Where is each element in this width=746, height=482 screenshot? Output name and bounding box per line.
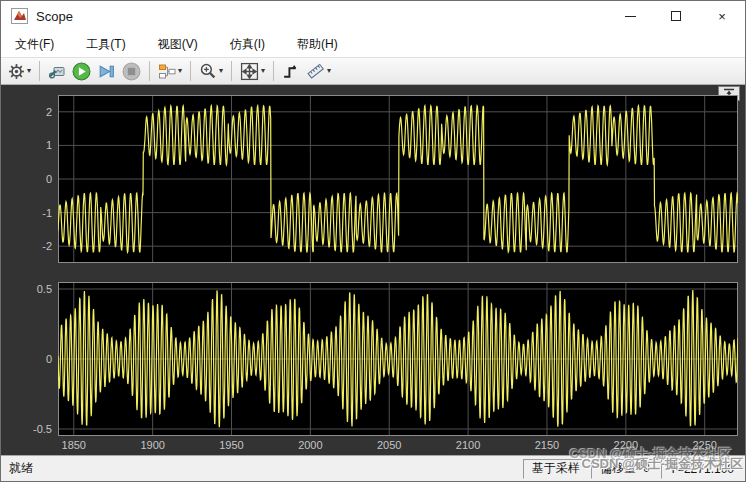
menu-file[interactable]: 文件(F) — [5, 32, 64, 57]
scope-panel-2: 0.50-0.5 1850190019502000205021002150220… — [1, 282, 745, 456]
toolbar-separator — [39, 61, 40, 81]
statusbar: 就绪 基于采样 偏移量=0 T=2271.100 — [1, 455, 745, 481]
trigger-icon — [282, 63, 300, 80]
step-forward-button[interactable] — [94, 59, 119, 83]
scope-display-area: 210-1-2 0.50-0.5 18501900195020002050210… — [1, 85, 745, 455]
y-tick-label: 0 — [4, 172, 52, 186]
titlebar: Scope × — [1, 1, 745, 31]
status-offset: 偏移量=0 — [591, 459, 659, 479]
plot-area-1[interactable] — [58, 95, 738, 263]
play-icon — [72, 62, 91, 81]
zoom-icon — [199, 62, 217, 80]
maximize-icon — [671, 11, 681, 21]
status-sample-mode: 基于采样 — [523, 459, 589, 479]
ruler-icon — [306, 62, 325, 80]
y-tick-label: 0.5 — [4, 282, 52, 296]
span-arrows-icon — [240, 62, 259, 81]
x-tick-label: 2200 — [598, 439, 654, 451]
toolbar-separator — [273, 61, 274, 81]
minimize-button[interactable] — [607, 1, 653, 31]
trigger-button[interactable] — [279, 59, 303, 83]
dropdown-caret-icon[interactable]: ▾ — [327, 67, 331, 75]
zoom-button[interactable]: ▾ — [196, 59, 226, 83]
scope-canvas — [58, 282, 738, 436]
goto-block-icon — [48, 63, 66, 80]
menu-simulation[interactable]: 仿真(I) — [220, 32, 275, 57]
x-tick-label: 1950 — [204, 439, 260, 451]
dropdown-caret-icon[interactable]: ▾ — [219, 67, 223, 75]
status-text: 就绪 — [3, 460, 33, 477]
step-forward-icon — [97, 62, 116, 81]
scope-canvas — [58, 95, 738, 263]
y-tick-label: 1 — [4, 138, 52, 152]
simulink-scope-app-icon — [11, 8, 28, 24]
x-tick-label: 2050 — [361, 439, 417, 451]
toolbar: ▾ — [1, 57, 745, 85]
window-controls: × — [607, 1, 745, 31]
stop-icon — [122, 62, 141, 81]
y-tick-label: 2 — [4, 105, 52, 119]
menu-help[interactable]: 帮助(H) — [287, 32, 348, 57]
toolbar-separator — [149, 61, 150, 81]
stop-button[interactable] — [119, 59, 144, 83]
y-tick-label: -2 — [4, 239, 52, 253]
highlight-simulink-block-button[interactable] — [45, 59, 69, 83]
close-button[interactable]: × — [699, 1, 745, 31]
x-tick-label: 2250 — [677, 439, 733, 451]
dropdown-caret-icon[interactable]: ▾ — [261, 67, 265, 75]
signal-selector-icon — [158, 63, 176, 80]
dropdown-caret-icon[interactable]: ▾ — [178, 67, 182, 75]
scope-window: Scope × 文件(F) 工具(T) 视图(V) 仿真(I) 帮助(H) — [0, 0, 746, 482]
minimize-icon — [625, 16, 636, 17]
scale-axes-button[interactable]: ▾ — [237, 59, 268, 83]
menu-view[interactable]: 视图(V) — [148, 32, 208, 57]
signal-selector-button[interactable]: ▾ — [155, 59, 185, 83]
x-tick-label: 2100 — [440, 439, 496, 451]
dropdown-caret-icon[interactable]: ▾ — [27, 67, 31, 75]
x-tick-label: 1900 — [125, 439, 181, 451]
menubar: 文件(F) 工具(T) 视图(V) 仿真(I) 帮助(H) — [1, 31, 745, 57]
x-axis-labels: 185019001950200020502100215022002250 — [58, 439, 738, 455]
window-title: Scope — [36, 9, 73, 24]
toolbar-separator — [190, 61, 191, 81]
status-fields: 基于采样 偏移量=0 T=2271.100 — [521, 459, 743, 479]
y-tick-label: -1 — [4, 206, 52, 220]
toolbar-separator — [231, 61, 232, 81]
menu-tools[interactable]: 工具(T) — [76, 32, 135, 57]
maximize-button[interactable] — [653, 1, 699, 31]
close-icon: × — [718, 9, 726, 24]
scope-panel-1: 210-1-2 — [1, 95, 745, 263]
status-time: T=2271.100 — [661, 459, 743, 479]
y-tick-label: 0 — [4, 352, 52, 366]
gear-icon — [8, 63, 25, 80]
y-tick-label: -0.5 — [4, 422, 52, 436]
y-axis-labels-1: 210-1-2 — [1, 95, 55, 263]
x-tick-label: 2150 — [519, 439, 575, 451]
plot-area-2[interactable] — [58, 282, 738, 436]
run-button[interactable] — [69, 59, 94, 83]
measurements-button[interactable]: ▾ — [303, 59, 334, 83]
y-axis-labels-2: 0.50-0.5 — [1, 282, 55, 456]
parameters-button[interactable]: ▾ — [5, 59, 34, 83]
x-tick-label: 2000 — [282, 439, 338, 451]
x-tick-label: 1850 — [46, 439, 102, 451]
